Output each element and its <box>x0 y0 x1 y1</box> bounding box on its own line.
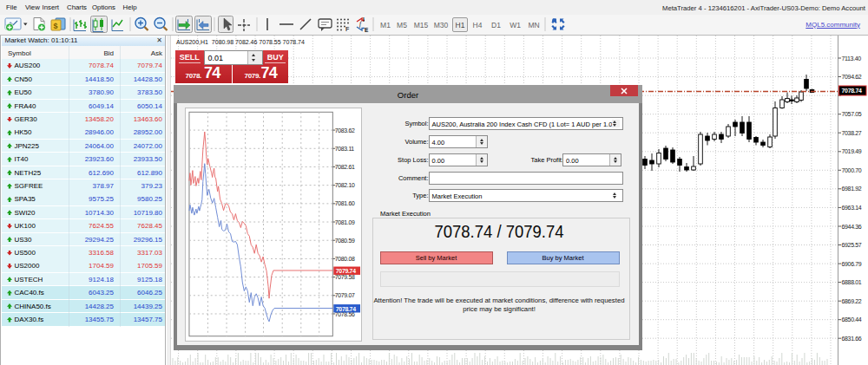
svg-text:7079.07: 7079.07 <box>335 292 355 298</box>
svg-text:7081.09: 7081.09 <box>335 219 355 225</box>
svg-text:6888.01: 6888.01 <box>842 279 862 285</box>
svg-text:7078.74: 7078.74 <box>842 88 863 94</box>
svg-text:7078.74: 7078.74 <box>336 306 356 312</box>
svg-text:E: E <box>365 27 369 33</box>
svg-text:7079.74: 7079.74 <box>336 268 356 274</box>
svg-text:6831.66: 6831.66 <box>842 336 862 342</box>
svg-text:I: I <box>363 16 365 23</box>
svg-text:7019.49: 7019.49 <box>842 148 862 154</box>
svg-text:6850.44: 6850.44 <box>842 316 862 323</box>
svg-text:6981.92: 6981.92 <box>842 186 862 192</box>
svg-text:7080.59: 7080.59 <box>335 238 355 244</box>
svg-text:7083.62: 7083.62 <box>335 127 355 134</box>
svg-text:7082.61: 7082.61 <box>335 164 355 170</box>
svg-text:7038.27: 7038.27 <box>842 130 862 136</box>
svg-text:7000.70: 7000.70 <box>842 167 862 173</box>
svg-text:7079.58: 7079.58 <box>335 274 355 280</box>
svg-text:7082.10: 7082.10 <box>335 182 355 188</box>
svg-text:6925.57: 6925.57 <box>842 242 862 248</box>
svg-text:F: F <box>345 26 350 32</box>
svg-text:7081.60: 7081.60 <box>335 200 355 206</box>
svg-text:6869.22: 6869.22 <box>842 298 862 304</box>
svg-text:6944.36: 6944.36 <box>842 224 862 230</box>
svg-text:7057.05: 7057.05 <box>842 111 862 117</box>
svg-text:6906.79: 6906.79 <box>842 261 862 267</box>
svg-text:7083.11: 7083.11 <box>335 146 355 152</box>
svg-text:$: $ <box>54 22 58 30</box>
svg-text:6963.14: 6963.14 <box>842 205 862 211</box>
svg-text:7080.08: 7080.08 <box>335 256 355 262</box>
svg-text:7113.40: 7113.40 <box>842 55 862 62</box>
svg-text:7094.62: 7094.62 <box>842 74 862 80</box>
